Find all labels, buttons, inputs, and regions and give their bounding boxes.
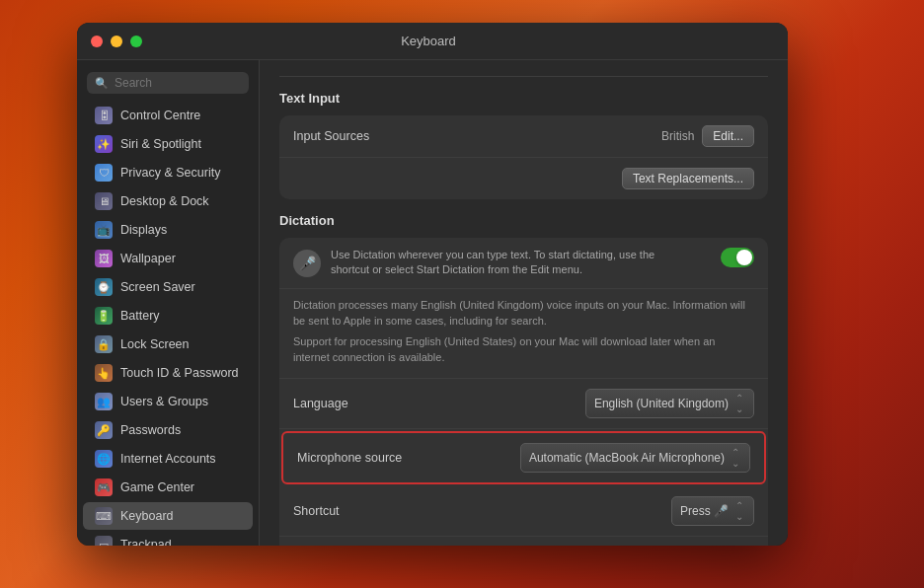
sidebar-label-battery: Battery — [120, 309, 160, 323]
dictation-info-line2: Support for processing English (United S… — [293, 333, 754, 366]
window-body: 🔍 🎛 Control Centre ✨ Siri & Spotlight 🛡 … — [77, 60, 788, 546]
sidebar-item-control-centre[interactable]: 🎛 Control Centre — [83, 102, 253, 129]
text-replacements-button[interactable]: Text Replacements... — [622, 168, 754, 189]
sidebar-item-game-center[interactable]: 🎮 Game Center — [83, 474, 253, 501]
shortcut-select[interactable]: Press 🎤 ⌃⌄ — [671, 496, 754, 526]
mic-symbol: 🎤 — [299, 256, 316, 271]
dictation-info-line1: Dictation processes many English (United… — [293, 297, 754, 330]
siri-spotlight-icon: ✨ — [95, 135, 113, 153]
battery-icon: 🔋 — [95, 307, 113, 325]
search-input[interactable] — [115, 76, 241, 90]
text-input-section-title: Text Input — [279, 91, 768, 106]
shortcut-row: Shortcut Press 🎤 ⌃⌄ — [279, 486, 768, 537]
sidebar-item-screen-saver[interactable]: ⌚ Screen Saver — [83, 273, 253, 301]
window-title: Keyboard — [83, 34, 774, 48]
sidebar-item-trackpad[interactable]: ▭ Trackpad — [83, 531, 253, 546]
titlebar: Keyboard — [77, 23, 788, 60]
dictation-toggle-row: 🎤 Use Dictation wherever you can type te… — [279, 238, 768, 289]
sidebar-item-wallpaper[interactable]: 🖼 Wallpaper — [83, 245, 253, 272]
sidebar-item-privacy-security[interactable]: 🛡 Privacy & Security — [83, 159, 253, 186]
sidebar-label-passwords: Passwords — [120, 423, 181, 437]
sidebar-label-trackpad: Trackpad — [120, 538, 172, 546]
sidebar-item-displays[interactable]: 📺 Displays — [83, 216, 253, 244]
microphone-value: Automatic (MacBook Air Microphone) — [529, 451, 725, 465]
privacy-security-icon: 🛡 — [95, 164, 113, 182]
sidebar-item-battery[interactable]: 🔋 Battery — [83, 302, 253, 330]
shortcut-select-control: Press 🎤 ⌃⌄ — [431, 496, 754, 526]
sidebar-item-internet-accounts[interactable]: 🌐 Internet Accounts — [83, 445, 253, 473]
screen-saver-icon: ⌚ — [95, 278, 113, 296]
shortcut-label: Shortcut — [293, 504, 431, 518]
sidebar-label-screen-saver: Screen Saver — [120, 280, 195, 294]
sidebar-label-users-groups: Users & Groups — [120, 395, 208, 408]
search-box[interactable]: 🔍 — [87, 72, 249, 94]
sidebar-item-touch-id-password[interactable]: 👆 Touch ID & Password — [83, 359, 253, 387]
auto-punctuation-row: Auto-punctuation — [279, 537, 768, 546]
text-replacements-row: Text Replacements... — [279, 158, 768, 199]
language-select[interactable]: English (United Kingdom) ⌃⌄ — [585, 389, 754, 418]
language-label: Language — [293, 397, 431, 410]
sidebar-item-keyboard[interactable]: ⌨ Keyboard — [83, 502, 253, 530]
sidebar-label-desktop-dock: Desktop & Dock — [120, 194, 209, 208]
microphone-select[interactable]: Automatic (MacBook Air Microphone) ⌃⌄ — [520, 443, 750, 473]
sidebar-item-users-groups[interactable]: 👥 Users & Groups — [83, 388, 253, 415]
microphone-source-row: Microphone source Automatic (MacBook Air… — [283, 433, 764, 482]
sidebar-label-lock-screen: Lock Screen — [120, 337, 189, 351]
input-sources-value: British — [412, 129, 694, 143]
sidebar-label-siri-spotlight: Siri & Spotlight — [120, 137, 201, 151]
shortcut-chevron-icon: ⌃⌄ — [735, 500, 743, 522]
text-input-box: Input Sources British Edit... Text Repla… — [279, 115, 768, 199]
sidebar-item-lock-screen[interactable]: 🔒 Lock Screen — [83, 331, 253, 358]
language-select-control: English (United Kingdom) ⌃⌄ — [431, 389, 754, 418]
language-row: Language English (United Kingdom) ⌃⌄ — [279, 379, 768, 429]
dictation-desc-line1: Use Dictation wherever you can type text… — [331, 249, 654, 260]
sidebar-label-game-center: Game Center — [120, 480, 194, 494]
chevron-up-down-icon: ⌃⌄ — [735, 393, 743, 414]
microphone-icon: 🎤 — [293, 250, 321, 277]
displays-icon: 📺 — [95, 221, 113, 239]
sidebar-item-passwords[interactable]: 🔑 Passwords — [83, 416, 253, 444]
dictation-toggle[interactable] — [721, 248, 754, 267]
sidebar-label-wallpaper: Wallpaper — [120, 252, 176, 265]
dictation-box: 🎤 Use Dictation wherever you can type te… — [279, 238, 768, 546]
sidebar-item-desktop-dock[interactable]: 🖥 Desktop & Dock — [83, 187, 253, 215]
game-center-icon: 🎮 — [95, 478, 113, 496]
wallpaper-icon: 🖼 — [95, 250, 113, 267]
sidebar-label-internet-accounts: Internet Accounts — [120, 452, 216, 466]
microphone-select-control: Automatic (MacBook Air Microphone) ⌃⌄ — [435, 443, 750, 473]
control-centre-icon: 🎛 — [95, 107, 113, 124]
passwords-icon: 🔑 — [95, 421, 113, 439]
top-divider — [279, 76, 768, 77]
internet-accounts-icon: 🌐 — [95, 450, 113, 468]
mic-chevron-icon: ⌃⌄ — [732, 447, 739, 469]
sidebar-label-displays: Displays — [120, 223, 167, 237]
trackpad-icon: ▭ — [95, 536, 113, 546]
sidebar-label-privacy-security: Privacy & Security — [120, 166, 220, 180]
dictation-info: Dictation processes many English (United… — [279, 289, 768, 379]
dictation-desc-line2: shortcut or select Start Dictation from … — [331, 263, 582, 275]
microphone-source-row-highlight: Microphone source Automatic (MacBook Air… — [281, 431, 766, 484]
lock-screen-icon: 🔒 — [95, 335, 113, 353]
dictation-section-title: Dictation — [279, 213, 768, 228]
main-content: Text Input Input Sources British Edit...… — [260, 60, 788, 546]
sidebar: 🔍 🎛 Control Centre ✨ Siri & Spotlight 🛡 … — [77, 60, 260, 546]
sidebar-item-siri-spotlight[interactable]: ✨ Siri & Spotlight — [83, 130, 253, 158]
shortcut-value: Press 🎤 — [680, 504, 729, 518]
dictation-description: Use Dictation wherever you can type text… — [331, 248, 701, 278]
microphone-source-label: Microphone source — [297, 451, 435, 465]
touch-id-icon: 👆 — [95, 364, 113, 382]
desktop-dock-icon: 🖥 — [95, 192, 113, 210]
sidebar-label-touch-id: Touch ID & Password — [120, 366, 239, 380]
users-groups-icon: 👥 — [95, 393, 113, 410]
system-preferences-window: Keyboard 🔍 🎛 Control Centre ✨ Siri & Spo… — [77, 23, 788, 546]
keyboard-icon: ⌨ — [95, 507, 113, 525]
input-sources-label: Input Sources — [293, 129, 412, 143]
sidebar-label-control-centre: Control Centre — [120, 109, 200, 122]
sidebar-label-keyboard: Keyboard — [120, 509, 174, 523]
search-icon: 🔍 — [95, 77, 109, 90]
language-value: English (United Kingdom) — [594, 397, 729, 410]
edit-button[interactable]: Edit... — [702, 125, 754, 147]
input-sources-row: Input Sources British Edit... — [279, 115, 768, 158]
